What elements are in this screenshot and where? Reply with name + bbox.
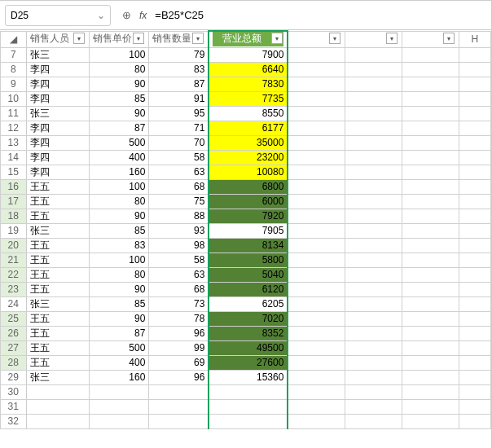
cell[interactable] xyxy=(459,326,490,340)
row-header[interactable]: 27 xyxy=(1,340,27,355)
cell[interactable]: 88 xyxy=(149,209,209,223)
row-header[interactable]: 26 xyxy=(1,326,27,340)
cell[interactable] xyxy=(402,238,459,253)
cell[interactable] xyxy=(149,384,209,399)
cell[interactable] xyxy=(288,326,345,340)
cell[interactable]: 90 xyxy=(90,106,149,121)
cell[interactable] xyxy=(345,384,402,399)
cell[interactable]: 5040 xyxy=(209,267,288,282)
cell[interactable]: 87 xyxy=(90,121,149,135)
cell[interactable] xyxy=(459,106,490,121)
cell[interactable]: 500 xyxy=(90,340,149,355)
row-header[interactable]: 25 xyxy=(1,311,27,326)
cell[interactable]: 王五 xyxy=(26,194,90,209)
row-header[interactable]: 17 xyxy=(1,194,27,209)
cell[interactable] xyxy=(459,399,490,414)
cell[interactable] xyxy=(459,209,490,223)
cell[interactable]: 90 xyxy=(90,209,149,223)
cell[interactable] xyxy=(288,311,345,326)
cell[interactable] xyxy=(345,296,402,311)
cell[interactable] xyxy=(345,179,402,194)
cell[interactable]: 8352 xyxy=(209,326,288,340)
cell[interactable] xyxy=(288,340,345,355)
row-header[interactable]: 7 xyxy=(1,47,27,62)
cell[interactable] xyxy=(345,253,402,267)
cell[interactable]: 79 xyxy=(149,47,209,62)
cell[interactable] xyxy=(288,384,345,399)
row-header[interactable]: 24 xyxy=(1,296,27,311)
cell[interactable] xyxy=(459,370,490,384)
cell[interactable]: 100 xyxy=(90,179,149,194)
cell[interactable] xyxy=(345,340,402,355)
cell[interactable]: 王五 xyxy=(26,253,90,267)
cell[interactable]: 83 xyxy=(149,62,209,77)
cell[interactable] xyxy=(459,238,490,253)
cell[interactable] xyxy=(345,135,402,150)
cell[interactable] xyxy=(459,340,490,355)
cell[interactable]: 王五 xyxy=(26,238,90,253)
row-header[interactable]: 21 xyxy=(1,253,27,267)
row-header[interactable]: 16 xyxy=(1,179,27,194)
cell[interactable]: 6205 xyxy=(209,296,288,311)
col-header-c[interactable]: 销售数量▾ xyxy=(149,31,209,47)
row-header[interactable]: 20 xyxy=(1,238,27,253)
cell[interactable] xyxy=(345,77,402,91)
cell[interactable] xyxy=(345,47,402,62)
cell[interactable]: 张三 xyxy=(26,106,90,121)
cell[interactable]: 李四 xyxy=(26,62,90,77)
cell[interactable]: 李四 xyxy=(26,91,90,106)
col-header-a[interactable]: 销售人员▾ xyxy=(26,31,90,47)
cell[interactable]: 58 xyxy=(149,253,209,267)
cell[interactable] xyxy=(345,223,402,238)
cell[interactable]: 400 xyxy=(90,355,149,370)
cell[interactable] xyxy=(149,414,209,428)
cell[interactable]: 7830 xyxy=(209,77,288,91)
cell[interactable]: 35000 xyxy=(209,135,288,150)
cell[interactable]: 85 xyxy=(90,296,149,311)
row-header[interactable]: 9 xyxy=(1,77,27,91)
cell[interactable] xyxy=(345,399,402,414)
cell[interactable] xyxy=(402,209,459,223)
cell[interactable] xyxy=(402,399,459,414)
cell[interactable] xyxy=(345,355,402,370)
cell[interactable] xyxy=(402,47,459,62)
cell[interactable] xyxy=(288,179,345,194)
cell[interactable]: 27600 xyxy=(209,355,288,370)
cell[interactable] xyxy=(402,77,459,91)
row-header[interactable]: 8 xyxy=(1,62,27,77)
cell[interactable]: 98 xyxy=(149,238,209,253)
cell[interactable]: 王五 xyxy=(26,355,90,370)
cell[interactable] xyxy=(402,282,459,296)
row-header[interactable]: 11 xyxy=(1,106,27,121)
cell[interactable] xyxy=(288,355,345,370)
cell[interactable]: 96 xyxy=(149,370,209,384)
cell[interactable] xyxy=(288,77,345,91)
col-header-h[interactable]: H xyxy=(459,31,490,47)
cell[interactable] xyxy=(288,47,345,62)
cell[interactable]: 78 xyxy=(149,311,209,326)
col-header-g[interactable]: ▾ xyxy=(402,31,459,47)
cell[interactable] xyxy=(90,384,149,399)
cell[interactable] xyxy=(345,194,402,209)
cell[interactable] xyxy=(459,62,490,77)
spreadsheet-grid[interactable]: ◢ 销售人员▾ 销售单价▾ 销售数量▾ 营业总额▾ ▾ ▾ ▾ H 7张三100… xyxy=(0,30,491,429)
row-header[interactable]: 23 xyxy=(1,282,27,296)
cell[interactable]: 6640 xyxy=(209,62,288,77)
cell[interactable] xyxy=(459,165,490,179)
cell[interactable]: 99 xyxy=(149,340,209,355)
filter-icon[interactable]: ▾ xyxy=(133,33,144,44)
cell[interactable]: 王五 xyxy=(26,282,90,296)
cell[interactable] xyxy=(402,355,459,370)
cell[interactable] xyxy=(345,311,402,326)
cell[interactable] xyxy=(209,414,288,428)
cell[interactable] xyxy=(459,253,490,267)
cell[interactable] xyxy=(288,282,345,296)
cell[interactable] xyxy=(402,253,459,267)
filter-icon[interactable]: ▾ xyxy=(271,33,283,44)
cell[interactable] xyxy=(288,121,345,135)
cell[interactable] xyxy=(402,414,459,428)
row-header[interactable]: 10 xyxy=(1,91,27,106)
cell[interactable]: 500 xyxy=(90,135,149,150)
cell[interactable] xyxy=(345,165,402,179)
cell[interactable] xyxy=(402,370,459,384)
